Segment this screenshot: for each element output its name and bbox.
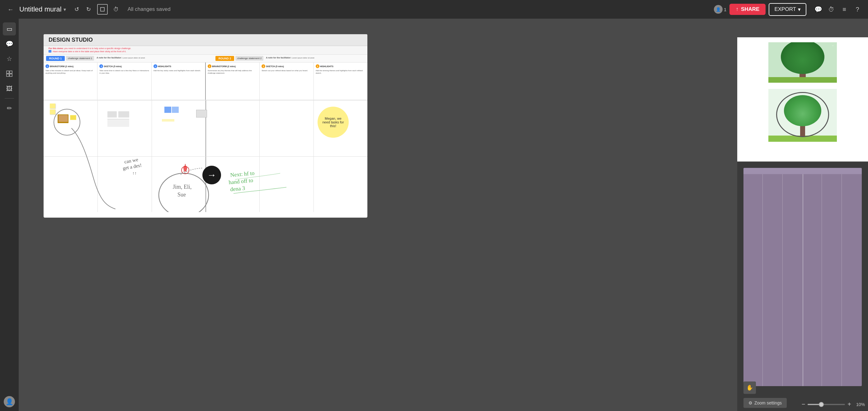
round2-note: A note for the facilitator: Lorem ipsum …	[265, 56, 365, 59]
svg-text:Sue: Sue	[178, 192, 186, 198]
arrow-button[interactable]: →	[203, 166, 221, 184]
zoom-minus-button[interactable]: −	[802, 401, 805, 408]
sidebar-item-image[interactable]: 🖼	[3, 82, 16, 95]
have-everyone-text: 1 Have everyone take a role in the table…	[49, 50, 362, 53]
svg-rect-1	[10, 71, 12, 73]
sketch-col2	[106, 110, 131, 130]
svg-rect-9	[107, 111, 117, 117]
round1-label: ROUND 1	[46, 56, 65, 61]
title-chevron-icon: ▾	[63, 6, 66, 12]
zoom-settings-button[interactable]: ⚙ Zoom settings	[743, 398, 787, 408]
svg-rect-2	[6, 74, 9, 76]
svg-rect-11	[107, 119, 129, 127]
highlight-bar	[162, 119, 174, 122]
col-sketch-r1: 2 SKETCH (5 mins) Take some time to sket…	[97, 63, 151, 100]
svg-rect-6	[59, 115, 68, 122]
svg-rect-0	[6, 71, 9, 73]
top-icons-group: 💬 ⏱ ≡ ?	[813, 4, 863, 15]
timer-button[interactable]: ⏱	[111, 4, 121, 14]
frame-button[interactable]	[97, 4, 108, 14]
frame-icon	[100, 7, 104, 11]
sidebar-item-star[interactable]: ☆	[3, 52, 16, 65]
instruction-text: For this demo: you need to understand it…	[49, 47, 362, 49]
user-avatar[interactable]: 👤	[4, 396, 15, 407]
zoom-slider[interactable]	[808, 404, 845, 405]
mural-board: DESIGN STUDIO For this demo: you need to…	[43, 34, 367, 218]
activity-icon[interactable]: ⏱	[826, 4, 837, 15]
user-avatar-icon: 👤	[714, 5, 723, 14]
svg-rect-10	[118, 111, 129, 117]
svg-rect-8	[70, 115, 76, 120]
col-highlights-r2: 3 HIGHLIGHTS Add the winning themes and …	[314, 63, 367, 100]
sidebar-divider	[5, 98, 14, 99]
back-button[interactable]: ←	[5, 4, 16, 15]
svg-text:Jim, Eli,: Jim, Eli,	[173, 184, 191, 190]
svg-rect-3	[10, 74, 12, 76]
svg-text:Next: hf to: Next: hf to	[230, 170, 255, 178]
export-chevron-icon: ▾	[798, 6, 801, 13]
svg-point-19	[182, 166, 189, 174]
tree-image-2	[768, 89, 837, 142]
main-canvas: DESIGN STUDIO For this demo: you need to…	[19, 19, 868, 411]
chat-icon[interactable]: 💬	[813, 4, 824, 15]
sketch-rect-col4	[196, 110, 207, 117]
minimap-area: ✋ − + 10% ⚙ Zoom settings	[737, 162, 868, 411]
user-count: 1	[724, 7, 726, 12]
tree-image-1	[768, 42, 837, 83]
sticky-1[interactable]	[50, 104, 55, 108]
col-highlights-r1: 3 HIGHLIGHTS Add the key sticky notes an…	[152, 63, 206, 100]
pan-button[interactable]: ✋	[743, 381, 756, 394]
title-area[interactable]: Untitled mural ▾	[19, 5, 66, 13]
col-sketch-r2: 2 SKETCH (5 mins) Sketch out your refine…	[260, 63, 313, 100]
round1-challenge: challenge statement 1	[66, 56, 94, 61]
undo-redo-group: ↺ ↻	[72, 4, 94, 14]
minimap-board	[743, 168, 862, 386]
design-studio-header: DESIGN STUDIO	[43, 34, 367, 46]
round2-label: ROUND 2	[215, 56, 234, 61]
col-brainstorm-r1: 1 BRAINSTORM (2 mins) Take a few minutes…	[43, 63, 97, 100]
round2-challenge: challenge statement 2	[236, 56, 264, 61]
circle-photo-area	[53, 108, 81, 137]
svg-text:can we: can we	[124, 157, 138, 164]
svg-text:get a des!: get a des!	[122, 162, 142, 171]
sidebar-item-comment[interactable]: 💬	[3, 37, 16, 50]
round1-note: A note for the facilitator: Lorem ipsum …	[95, 56, 195, 59]
left-sidebar: ▭ 💬 ☆ 🖼 ✏ 👤	[0, 19, 19, 411]
share-icon: ↑	[736, 6, 739, 12]
topbar: ← Untitled mural ▾ ↺ ↻ ⏱ All changes sav…	[0, 0, 868, 19]
svg-text:dena 3: dena 3	[230, 185, 245, 193]
col-brainstorm-r2: 1 BRAINSTORM (2 mins) Summarize any key …	[206, 63, 260, 100]
help-icon[interactable]: ?	[852, 4, 863, 15]
zoom-plus-button[interactable]: +	[847, 401, 851, 408]
svg-point-16	[159, 173, 209, 212]
mural-title: Untitled mural	[19, 5, 62, 13]
sidebar-item-sticky[interactable]: ▭	[3, 22, 16, 35]
zoom-percentage: 10%	[854, 402, 865, 407]
zoom-controls: − + 10%	[802, 401, 865, 408]
sidebar-item-grid[interactable]	[3, 67, 16, 80]
export-button[interactable]: EXPORT ▾	[769, 3, 806, 16]
saved-status: All changes saved	[128, 6, 170, 12]
svg-text:hand off to: hand off to	[228, 177, 253, 185]
megan-note: Megan, we need tasks for this!	[317, 107, 349, 138]
right-panel-images	[737, 37, 868, 162]
share-button[interactable]: ↑ SHARE	[730, 4, 766, 15]
svg-text:↑↑: ↑↑	[132, 171, 137, 176]
undo-button[interactable]: ↺	[72, 4, 82, 14]
user-badge: 👤 1	[714, 5, 726, 14]
sticky-group-col3	[164, 107, 179, 113]
right-panel: ✋ − + 10% ⚙ Zoom settings	[737, 37, 868, 411]
sidebar-item-pen[interactable]: ✏	[3, 102, 16, 115]
gear-icon: ⚙	[748, 401, 752, 405]
redo-button[interactable]: ↻	[84, 4, 94, 14]
outline-icon[interactable]: ≡	[839, 4, 850, 15]
instructions-area: For this demo: you need to understand it…	[43, 46, 367, 55]
